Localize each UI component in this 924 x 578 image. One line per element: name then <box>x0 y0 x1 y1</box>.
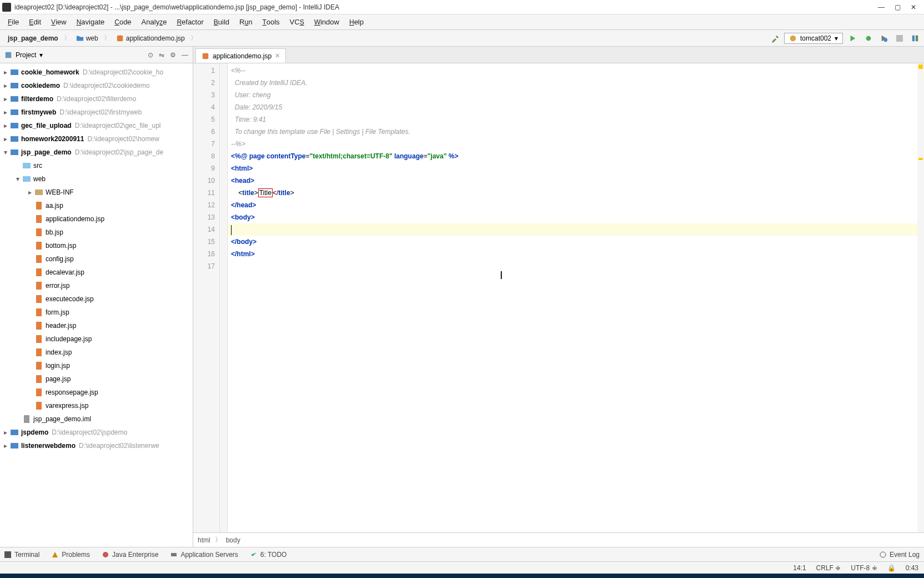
close-tab-icon[interactable]: ✕ <box>275 52 280 59</box>
clock: 0:43 <box>906 564 918 572</box>
jsp-file[interactable]: form.jsp <box>0 306 193 319</box>
fold-column[interactable] <box>220 63 228 532</box>
crumb-html[interactable]: html <box>198 536 210 544</box>
jsp-file[interactable]: login.jsp <box>0 359 193 372</box>
target-icon[interactable]: ⊙ <box>148 51 153 59</box>
terminal-icon <box>4 551 11 558</box>
build-icon[interactable] <box>771 34 780 43</box>
line-number: 16 <box>193 248 219 260</box>
svg-rect-13 <box>11 136 18 142</box>
svg-rect-30 <box>36 362 42 370</box>
module-icon <box>10 108 19 117</box>
menu-refactor[interactable]: Refactor <box>172 16 208 28</box>
crumb-body[interactable]: body <box>226 536 240 544</box>
code-comment: --%> <box>231 140 245 148</box>
code-comment: To change this template use File | Setti… <box>231 128 410 136</box>
error-stripe[interactable] <box>917 63 924 532</box>
project-node[interactable]: ▸listenerwebdemoD:\ideaproject02\listene… <box>0 439 193 452</box>
menu-edit[interactable]: Edit <box>24 16 46 28</box>
jsp-file[interactable]: index.jsp <box>0 346 193 359</box>
jsp-file[interactable]: error.jsp <box>0 279 193 292</box>
menu-window[interactable]: Window <box>310 16 344 28</box>
breadcrumb-file[interactable]: applicationdemo.jsp <box>112 33 189 43</box>
project-node[interactable]: ▸filterdemoD:\ideaproject02\filterdemo <box>0 92 193 106</box>
jsp-file-icon <box>34 375 43 383</box>
project-node[interactable]: ▸gec_file_uploadD:\ideaproject02\gec_fil… <box>0 119 193 132</box>
title-bar: ideaproject02 [D:\ideaproject02] - ...\j… <box>0 0 924 14</box>
menu-analyze[interactable]: Analyze <box>137 16 172 28</box>
warning-icon <box>52 551 58 558</box>
menu-view[interactable]: View <box>47 16 71 28</box>
jsp-file[interactable]: includepage.jsp <box>0 332 193 346</box>
iml-file[interactable]: jsp_page_demo.iml <box>0 412 193 426</box>
todo-tab[interactable]: 6: TODO <box>250 551 287 559</box>
menu-tools[interactable]: Tools <box>258 16 284 28</box>
javaee-tab[interactable]: Java Enterprise <box>102 551 158 559</box>
chevron-down-icon: ▾ <box>835 34 838 42</box>
jsp-file[interactable]: page.jsp <box>0 372 193 386</box>
project-node[interactable]: ▸cookiedemoD:\ideaproject02\cookiedemo <box>0 79 193 92</box>
project-node[interactable]: ▸homework20200911D:\ideaproject02\homew <box>0 132 193 146</box>
menu-build[interactable]: Build <box>209 16 234 28</box>
menu-navigate[interactable]: Navigate <box>72 16 109 28</box>
web-folder[interactable]: ▾web <box>0 172 193 186</box>
svg-rect-21 <box>36 242 42 250</box>
project-tree[interactable]: ▸cookie_homeworkD:\ideaproject02\cookie_… <box>0 63 193 547</box>
menu-help[interactable]: Help <box>345 16 368 28</box>
line-sep[interactable]: CRLF ≑ <box>816 564 841 572</box>
chevron-right-icon: 〉 <box>190 33 197 43</box>
coverage-button[interactable] <box>878 33 890 44</box>
lock-icon[interactable]: 🔒 <box>887 564 896 572</box>
project-node[interactable]: ▸cookie_homeworkD:\ideaproject02\cookie_… <box>0 66 193 79</box>
jsp-file[interactable]: config.jsp <box>0 252 193 266</box>
menu-code[interactable]: Code <box>110 16 135 28</box>
stop-button[interactable] <box>894 33 905 44</box>
event-log-tab[interactable]: Event Log <box>880 551 920 559</box>
jsp-file[interactable]: aa.jsp <box>0 199 193 212</box>
terminal-tab[interactable]: Terminal <box>4 551 39 559</box>
update-button[interactable] <box>910 33 921 44</box>
close-button[interactable]: ✕ <box>911 3 916 11</box>
collapse-icon[interactable]: ⇋ <box>159 51 164 59</box>
src-folder[interactable]: src <box>0 159 193 172</box>
project-node-open[interactable]: ▾jsp_page_demoD:\ideaproject02\jsp_page_… <box>0 146 193 159</box>
jsp-file[interactable]: applicationdemo.jsp <box>0 212 193 226</box>
line-number: 5 <box>193 113 219 126</box>
svg-rect-10 <box>11 96 18 102</box>
gear-icon[interactable]: ⚙ <box>170 51 176 59</box>
menu-file[interactable]: File <box>3 16 23 28</box>
editor-tab[interactable]: applicationdemo.jsp ✕ <box>195 48 286 63</box>
jsp-file[interactable]: executecode.jsp <box>0 292 193 306</box>
appservers-tab[interactable]: Application Servers <box>170 551 238 559</box>
jsp-file[interactable]: responsepage.jsp <box>0 386 193 399</box>
jsp-file[interactable]: bb.jsp <box>0 226 193 239</box>
jsp-file[interactable]: decalevar.jsp <box>0 266 193 279</box>
jsp-file[interactable]: varexpress.jsp <box>0 399 193 412</box>
run-button[interactable] <box>847 33 858 44</box>
javaee-icon <box>102 551 109 558</box>
problems-tab[interactable]: Problems <box>52 551 90 559</box>
menu-vcs[interactable]: VCS <box>285 16 309 28</box>
maximize-button[interactable]: ▢ <box>895 3 901 11</box>
status-bar: 14:1 CRLF ≑ UTF-8 ≑ 🔒 0:43 <box>0 561 924 574</box>
encoding[interactable]: UTF-8 ≑ <box>851 564 877 572</box>
code-editor[interactable]: <%-- Created by IntelliJ IDEA. User: che… <box>228 63 924 532</box>
minimize-button[interactable]: — <box>878 3 885 11</box>
svg-rect-25 <box>36 295 42 303</box>
debug-button[interactable] <box>863 33 874 44</box>
project-node[interactable]: ▸jspdemoD:\ideaproject02\jspdemo <box>0 426 193 439</box>
jsp-file[interactable]: bottom.jsp <box>0 239 193 252</box>
breadcrumb-module[interactable]: jsp_page_demo <box>3 33 63 43</box>
warning-marker[interactable] <box>918 64 923 69</box>
breadcrumb-folder[interactable]: web <box>72 33 103 43</box>
hide-icon[interactable]: — <box>182 51 188 59</box>
svg-rect-11 <box>11 109 18 115</box>
menu-run[interactable]: Run <box>235 16 257 28</box>
run-config-selector[interactable]: tomcat002 ▾ <box>784 33 843 44</box>
project-node[interactable]: ▸firstmywebD:\ideaproject02\firstmyweb <box>0 106 193 119</box>
webinf-folder[interactable]: ▸WEB-INF <box>0 186 193 199</box>
chevron-down-icon[interactable]: ▾ <box>39 51 43 59</box>
warning-marker[interactable] <box>918 158 923 160</box>
jsp-file[interactable]: header.jsp <box>0 319 193 332</box>
caret-position[interactable]: 14:1 <box>793 564 806 572</box>
